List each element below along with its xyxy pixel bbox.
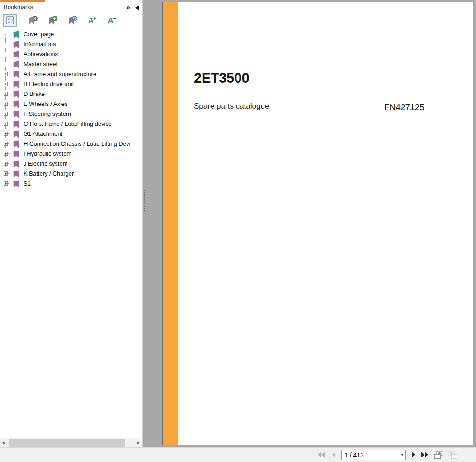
bookmark-ribbon-icon bbox=[12, 80, 19, 89]
dropdown-caret-icon[interactable]: ▼ bbox=[401, 453, 404, 457]
page-number-input[interactable] bbox=[342, 450, 397, 460]
bookmark-item-12[interactable]: + I Hydraulic system bbox=[0, 149, 142, 159]
bookmark-label: Cover page bbox=[24, 29, 54, 39]
bookmark-label: B Electric drive unit bbox=[24, 79, 74, 89]
previous-page-icon[interactable] bbox=[329, 450, 339, 459]
panel-resize-grip[interactable] bbox=[144, 190, 146, 211]
bookmark-label: F Steering system bbox=[24, 109, 71, 119]
expander-plus-icon[interactable]: + bbox=[4, 112, 8, 116]
bookmark-item-1[interactable]: Informations bbox=[0, 39, 142, 49]
expander-plus-icon[interactable]: + bbox=[4, 162, 8, 166]
bookmark-item-5[interactable]: + B Electric drive unit bbox=[0, 79, 142, 89]
bookmark-item-6[interactable]: + D Brake bbox=[0, 89, 142, 99]
page-accent-bar bbox=[163, 2, 178, 445]
bookmark-ribbon-icon bbox=[12, 170, 19, 178]
bookmark-label: A Frame and superstructure bbox=[24, 69, 96, 79]
bookmark-ribbon-icon bbox=[12, 110, 19, 119]
bookmark-item-4[interactable]: + A Frame and superstructure bbox=[0, 69, 142, 79]
first-page-icon[interactable] bbox=[316, 450, 326, 459]
bookmark-item-0[interactable]: Cover page bbox=[0, 29, 142, 39]
bookmark-label: J Electric system bbox=[24, 159, 68, 169]
bookmark-label: G1 Attachment bbox=[24, 129, 62, 139]
document-subtitle: Spare parts catalogue bbox=[194, 102, 269, 111]
bookmark-ribbon-icon bbox=[12, 60, 19, 69]
font-decrease-icon[interactable]: A− bbox=[105, 14, 119, 27]
sidebar-horizontal-scrollbar[interactable]: < > bbox=[0, 438, 141, 448]
bookmark-ribbon-icon bbox=[12, 100, 19, 109]
expander-plus-icon[interactable]: + bbox=[4, 82, 8, 86]
expander-plus-icon[interactable]: + bbox=[4, 102, 8, 106]
bookmark-item-9[interactable]: + G Hoist frame / Load lifting device bbox=[0, 119, 142, 129]
bookmark-label: Abbrevations bbox=[24, 49, 58, 59]
new-bookmark-icon[interactable] bbox=[46, 14, 60, 27]
bookmark-ribbon-icon bbox=[12, 160, 19, 168]
bookmark-item-14[interactable]: + K Battery / Charger bbox=[0, 169, 142, 179]
bookmark-ribbon-icon bbox=[12, 70, 19, 79]
tree-connector bbox=[6, 34, 11, 34]
bookmark-item-15[interactable]: + S1 bbox=[0, 179, 142, 189]
pdf-viewer-window: Bookmarks » ◀ bbox=[0, 0, 476, 462]
bookmarks-panel-header: Bookmarks » ◀ bbox=[0, 2, 142, 14]
tree-connector bbox=[6, 54, 11, 54]
bookmark-label: I Hydraulic system bbox=[24, 149, 71, 159]
pdf-page: 2ET3500 Spare parts catalogue FN427125 bbox=[162, 2, 473, 445]
bookmark-ribbon-icon bbox=[12, 90, 19, 99]
document-title: 2ET3500 bbox=[194, 70, 249, 86]
expander-plus-icon[interactable]: + bbox=[4, 142, 8, 146]
next-page-icon[interactable] bbox=[409, 450, 419, 459]
bookmark-label: K Battery / Charger bbox=[24, 169, 74, 179]
document-part-number: FN427125 bbox=[384, 102, 424, 112]
bookmark-item-3[interactable]: Master sheet bbox=[0, 59, 142, 69]
bookmark-item-11[interactable]: + H Connection Chassis / Load Lifting De… bbox=[0, 139, 142, 149]
bookmark-label: D Brake bbox=[24, 89, 45, 99]
bookmark-label: Informations bbox=[24, 39, 56, 49]
toolbar-separator bbox=[21, 15, 21, 26]
bookmark-item-7[interactable]: + E Wheels / Axles bbox=[0, 99, 142, 109]
bookmark-ribbon-icon bbox=[12, 50, 19, 59]
bookmarks-tree: Cover page Informations Abbrevations Mas… bbox=[0, 29, 142, 189]
bookmark-label: S1 bbox=[24, 179, 31, 189]
expander-plus-icon[interactable]: + bbox=[4, 72, 8, 76]
bookmark-label: E Wheels / Axles bbox=[24, 99, 68, 109]
expander-plus-icon[interactable]: + bbox=[4, 152, 8, 156]
previous-view-icon[interactable] bbox=[433, 450, 445, 459]
expander-plus-icon[interactable]: + bbox=[4, 122, 8, 126]
bookmark-label: Master sheet bbox=[24, 59, 57, 69]
bookmark-item-8[interactable]: + F Steering system bbox=[0, 109, 142, 119]
options-icon[interactable] bbox=[3, 14, 17, 27]
bookmark-item-10[interactable]: + G1 Attachment bbox=[0, 129, 142, 139]
bookmark-ribbon-icon bbox=[12, 140, 19, 148]
bookmark-ribbon-icon bbox=[12, 180, 19, 188]
page-number-combobox: ▼ bbox=[341, 450, 406, 460]
last-page-icon[interactable] bbox=[420, 450, 430, 459]
scroll-right-icon[interactable]: > bbox=[134, 438, 141, 448]
scrollbar-thumb[interactable] bbox=[9, 439, 125, 447]
bookmark-item-13[interactable]: + J Electric system bbox=[0, 159, 142, 169]
expander-plus-icon[interactable]: + bbox=[4, 132, 8, 136]
bookmark-ribbon-icon bbox=[12, 30, 19, 39]
font-increase-icon[interactable]: A+ bbox=[85, 14, 99, 27]
goto-bookmark-icon[interactable] bbox=[66, 14, 80, 27]
bookmark-ribbon-icon bbox=[12, 130, 19, 138]
expand-panels-icon[interactable]: » bbox=[123, 3, 132, 12]
next-view-icon[interactable] bbox=[447, 450, 458, 459]
tree-connector bbox=[6, 64, 11, 64]
bookmark-ribbon-icon bbox=[12, 120, 19, 129]
bookmarks-panel: Bookmarks » ◀ bbox=[0, 0, 143, 448]
expander-plus-icon[interactable]: + bbox=[4, 92, 8, 96]
tree-connector bbox=[6, 44, 11, 44]
scroll-left-icon[interactable]: < bbox=[0, 438, 7, 448]
bookmark-ribbon-icon bbox=[12, 150, 19, 158]
bookmark-label: G Hoist frame / Load lifting device bbox=[24, 119, 112, 129]
bookmark-label: H Connection Chassis / Load Lifting Devi bbox=[24, 139, 130, 149]
expander-plus-icon[interactable]: + bbox=[4, 181, 8, 186]
document-pane[interactable]: 2ET3500 Spare parts catalogue FN427125 bbox=[143, 0, 476, 447]
panel-title: Bookmarks bbox=[4, 4, 33, 10]
delete-bookmark-icon[interactable] bbox=[26, 14, 40, 27]
bookmark-ribbon-icon bbox=[12, 40, 19, 49]
collapse-panel-icon[interactable]: ◀ bbox=[132, 3, 141, 12]
bookmarks-toolbar: A+ A− bbox=[0, 14, 142, 28]
bookmark-item-2[interactable]: Abbrevations bbox=[0, 49, 142, 59]
page-navigation-bar: ▼ bbox=[0, 447, 476, 462]
expander-plus-icon[interactable]: + bbox=[4, 171, 8, 176]
